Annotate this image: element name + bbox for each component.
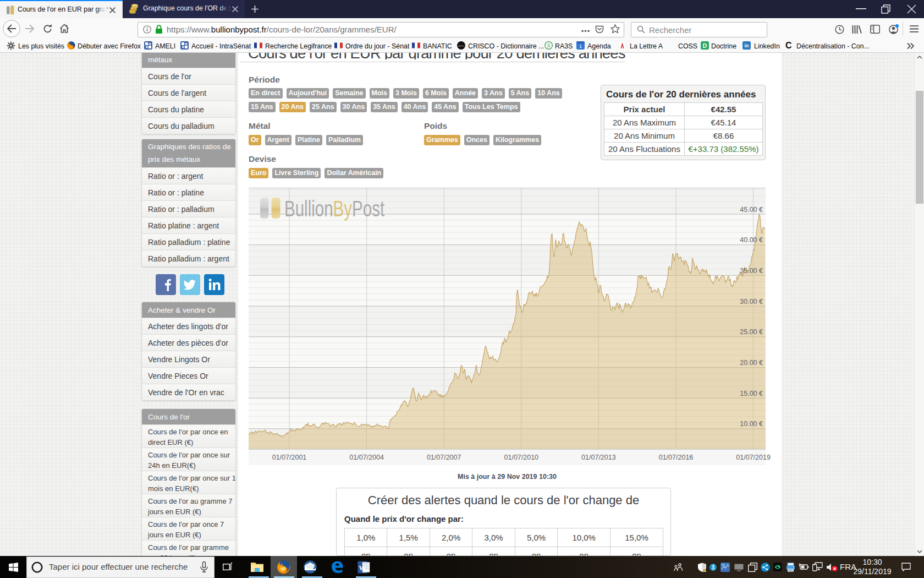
svg-text:35.00 €: 35.00 € [740, 267, 763, 275]
svg-text:20.00 €: 20.00 € [740, 359, 763, 367]
svg-text:30.00 €: 30.00 € [740, 298, 763, 306]
svg-text:BullionByPost: BullionByPost [284, 197, 384, 222]
svg-text:25.00 €: 25.00 € [740, 328, 763, 336]
svg-text:01/07/2019: 01/07/2019 [736, 454, 771, 461]
svg-text:01/07/2004: 01/07/2004 [349, 454, 384, 461]
svg-text:W: W [359, 564, 366, 572]
svg-text:01/07/2016: 01/07/2016 [659, 454, 694, 461]
svg-text:1: 1 [579, 43, 582, 49]
svg-text:01/07/2010: 01/07/2010 [504, 454, 539, 461]
svg-text:45.00 €: 45.00 € [740, 206, 763, 214]
svg-text:CRISCO: CRISCO [458, 45, 465, 47]
svg-text:01/07/2001: 01/07/2001 [272, 454, 307, 461]
svg-text:15.00 €: 15.00 € [740, 390, 763, 397]
svg-text:S: S [547, 42, 551, 48]
svg-text:10.00 €: 10.00 € [740, 420, 763, 428]
svg-text:01/07/2013: 01/07/2013 [581, 454, 616, 461]
svg-text:in: in [745, 43, 749, 48]
svg-text:D: D [703, 42, 707, 49]
svg-text:40.00 €: 40.00 € [740, 236, 763, 244]
svg-text:01/07/2007: 01/07/2007 [427, 454, 461, 461]
